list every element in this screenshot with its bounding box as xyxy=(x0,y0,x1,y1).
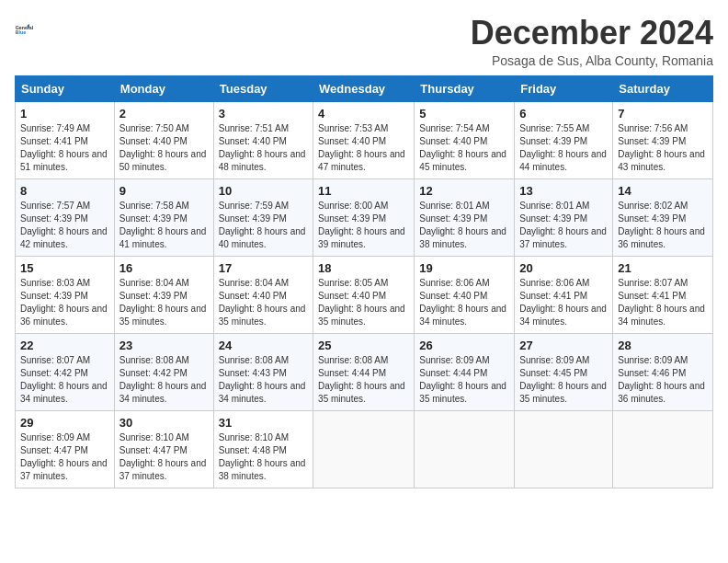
day-number: 1 xyxy=(20,107,109,121)
sunset-text: Sunset: 4:40 PM xyxy=(318,136,386,146)
day-number: 14 xyxy=(618,184,708,198)
sunrise-text: Sunrise: 8:09 AM xyxy=(20,432,90,442)
calendar-cell: 21Sunrise: 8:07 AMSunset: 4:41 PMDayligh… xyxy=(613,256,713,333)
day-detail: Sunrise: 8:03 AMSunset: 4:39 PMDaylight:… xyxy=(20,277,109,328)
calendar-cell: 16Sunrise: 8:04 AMSunset: 4:39 PMDayligh… xyxy=(114,256,213,333)
sunrise-text: Sunrise: 8:00 AM xyxy=(318,201,388,211)
calendar-week-4: 22Sunrise: 8:07 AMSunset: 4:42 PMDayligh… xyxy=(16,333,713,410)
calendar-cell: 30Sunrise: 8:10 AMSunset: 4:47 PMDayligh… xyxy=(114,410,213,488)
day-detail: Sunrise: 7:53 AMSunset: 4:40 PMDaylight:… xyxy=(318,122,409,174)
sunset-text: Sunset: 4:39 PM xyxy=(618,213,686,224)
sunrise-text: Sunrise: 8:04 AM xyxy=(119,278,189,288)
sunset-text: Sunset: 4:41 PM xyxy=(618,291,686,301)
sunrise-text: Sunrise: 8:08 AM xyxy=(119,355,189,365)
calendar-cell: 24Sunrise: 8:08 AMSunset: 4:43 PMDayligh… xyxy=(213,333,313,410)
day-detail: Sunrise: 8:02 AMSunset: 4:39 PMDaylight:… xyxy=(618,200,708,251)
sunset-text: Sunset: 4:44 PM xyxy=(419,368,487,378)
day-number: 26 xyxy=(419,339,509,352)
sunset-text: Sunset: 4:40 PM xyxy=(119,136,188,146)
day-number: 22 xyxy=(20,339,109,352)
day-detail: Sunrise: 8:05 AMSunset: 4:40 PMDaylight:… xyxy=(318,277,409,328)
sunrise-text: Sunrise: 7:56 AM xyxy=(618,123,688,133)
day-detail: Sunrise: 7:57 AMSunset: 4:39 PMDaylight:… xyxy=(20,200,109,251)
sunrise-text: Sunrise: 7:55 AM xyxy=(519,123,589,133)
sunset-text: Sunset: 4:47 PM xyxy=(119,445,188,455)
day-number: 19 xyxy=(419,261,509,275)
daylight-text: Daylight: 8 hours and 37 minutes. xyxy=(519,226,607,249)
daylight-text: Daylight: 8 hours and 34 minutes. xyxy=(519,304,607,327)
day-number: 18 xyxy=(318,261,409,275)
calendar-title: December 2024 xyxy=(471,15,713,52)
day-number: 3 xyxy=(219,107,308,121)
calendar-cell: 23Sunrise: 8:08 AMSunset: 4:42 PMDayligh… xyxy=(114,333,213,410)
page-header: General Blue December 2024 Posaga de Sus… xyxy=(15,15,713,68)
day-detail: Sunrise: 8:08 AMSunset: 4:42 PMDaylight:… xyxy=(119,354,209,406)
sunrise-text: Sunrise: 8:01 AM xyxy=(419,201,489,211)
sunset-text: Sunset: 4:48 PM xyxy=(219,445,287,455)
day-number: 15 xyxy=(20,261,109,275)
sunset-text: Sunset: 4:44 PM xyxy=(318,368,386,378)
day-detail: Sunrise: 7:50 AMSunset: 4:40 PMDaylight:… xyxy=(119,122,209,174)
sunset-text: Sunset: 4:40 PM xyxy=(219,291,287,301)
sunrise-text: Sunrise: 8:10 AM xyxy=(119,432,189,442)
daylight-text: Daylight: 8 hours and 51 minutes. xyxy=(20,149,108,172)
daylight-text: Daylight: 8 hours and 35 minutes. xyxy=(219,304,306,327)
calendar-cell: 25Sunrise: 8:08 AMSunset: 4:44 PMDayligh… xyxy=(313,333,415,410)
calendar-cell: 5Sunrise: 7:54 AMSunset: 4:40 PMDaylight… xyxy=(415,101,515,178)
sunrise-text: Sunrise: 8:08 AM xyxy=(318,355,388,365)
daylight-text: Daylight: 8 hours and 37 minutes. xyxy=(20,458,108,481)
calendar-cell: 1Sunrise: 7:49 AMSunset: 4:41 PMDaylight… xyxy=(16,101,115,178)
day-number: 29 xyxy=(20,416,109,430)
calendar-header-wednesday: Wednesday xyxy=(313,75,415,101)
calendar-cell: 27Sunrise: 8:09 AMSunset: 4:45 PMDayligh… xyxy=(515,333,613,410)
day-number: 13 xyxy=(519,184,608,198)
calendar-cell: 17Sunrise: 8:04 AMSunset: 4:40 PMDayligh… xyxy=(213,256,313,333)
day-detail: Sunrise: 7:59 AMSunset: 4:39 PMDaylight:… xyxy=(219,200,308,251)
calendar-cell: 6Sunrise: 7:55 AMSunset: 4:39 PMDaylight… xyxy=(515,101,613,178)
day-detail: Sunrise: 7:51 AMSunset: 4:40 PMDaylight:… xyxy=(219,122,308,174)
daylight-text: Daylight: 8 hours and 35 minutes. xyxy=(318,304,405,327)
sunset-text: Sunset: 4:39 PM xyxy=(318,213,386,224)
day-number: 5 xyxy=(419,107,509,121)
day-detail: Sunrise: 8:06 AMSunset: 4:40 PMDaylight:… xyxy=(419,277,509,328)
daylight-text: Daylight: 8 hours and 43 minutes. xyxy=(618,149,705,172)
day-number: 8 xyxy=(20,184,109,198)
day-number: 6 xyxy=(519,107,608,121)
calendar-week-1: 1Sunrise: 7:49 AMSunset: 4:41 PMDaylight… xyxy=(16,101,713,178)
day-detail: Sunrise: 8:07 AMSunset: 4:42 PMDaylight:… xyxy=(20,354,109,406)
daylight-text: Daylight: 8 hours and 35 minutes. xyxy=(419,381,506,404)
sunrise-text: Sunrise: 7:57 AM xyxy=(20,201,90,211)
calendar-cell: 12Sunrise: 8:01 AMSunset: 4:39 PMDayligh… xyxy=(415,178,515,256)
calendar-header-tuesday: Tuesday xyxy=(213,75,313,101)
calendar-header-sunday: Sunday xyxy=(16,75,115,101)
calendar-cell: 11Sunrise: 8:00 AMSunset: 4:39 PMDayligh… xyxy=(313,178,415,256)
calendar-subtitle: Posaga de Sus, Alba County, Romania xyxy=(471,53,713,68)
calendar-cell: 22Sunrise: 8:07 AMSunset: 4:42 PMDayligh… xyxy=(16,333,115,410)
calendar-table: SundayMondayTuesdayWednesdayThursdayFrid… xyxy=(15,75,713,488)
sunset-text: Sunset: 4:39 PM xyxy=(20,291,88,301)
day-number: 16 xyxy=(119,261,209,275)
calendar-header-friday: Friday xyxy=(515,75,613,101)
calendar-cell: 26Sunrise: 8:09 AMSunset: 4:44 PMDayligh… xyxy=(415,333,515,410)
calendar-cell: 7Sunrise: 7:56 AMSunset: 4:39 PMDaylight… xyxy=(613,101,713,178)
calendar-cell: 2Sunrise: 7:50 AMSunset: 4:40 PMDaylight… xyxy=(114,101,213,178)
sunrise-text: Sunrise: 8:08 AM xyxy=(219,355,289,365)
calendar-cell: 28Sunrise: 8:09 AMSunset: 4:46 PMDayligh… xyxy=(613,333,713,410)
day-number: 24 xyxy=(219,339,308,352)
sunrise-text: Sunrise: 7:58 AM xyxy=(119,201,189,211)
daylight-text: Daylight: 8 hours and 35 minutes. xyxy=(318,381,405,404)
sunrise-text: Sunrise: 7:59 AM xyxy=(219,201,289,211)
daylight-text: Daylight: 8 hours and 45 minutes. xyxy=(419,149,506,172)
daylight-text: Daylight: 8 hours and 39 minutes. xyxy=(318,226,405,249)
calendar-header-row: SundayMondayTuesdayWednesdayThursdayFrid… xyxy=(16,75,713,101)
sunset-text: Sunset: 4:39 PM xyxy=(618,136,686,146)
svg-text:Blue: Blue xyxy=(16,29,26,35)
sunrise-text: Sunrise: 8:02 AM xyxy=(618,201,688,211)
day-detail: Sunrise: 8:00 AMSunset: 4:39 PMDaylight:… xyxy=(318,200,409,251)
sunset-text: Sunset: 4:39 PM xyxy=(219,213,287,224)
day-number: 21 xyxy=(618,261,708,275)
daylight-text: Daylight: 8 hours and 35 minutes. xyxy=(119,304,207,327)
sunset-text: Sunset: 4:39 PM xyxy=(20,213,88,224)
daylight-text: Daylight: 8 hours and 42 minutes. xyxy=(20,226,108,249)
calendar-week-5: 29Sunrise: 8:09 AMSunset: 4:47 PMDayligh… xyxy=(16,410,713,488)
